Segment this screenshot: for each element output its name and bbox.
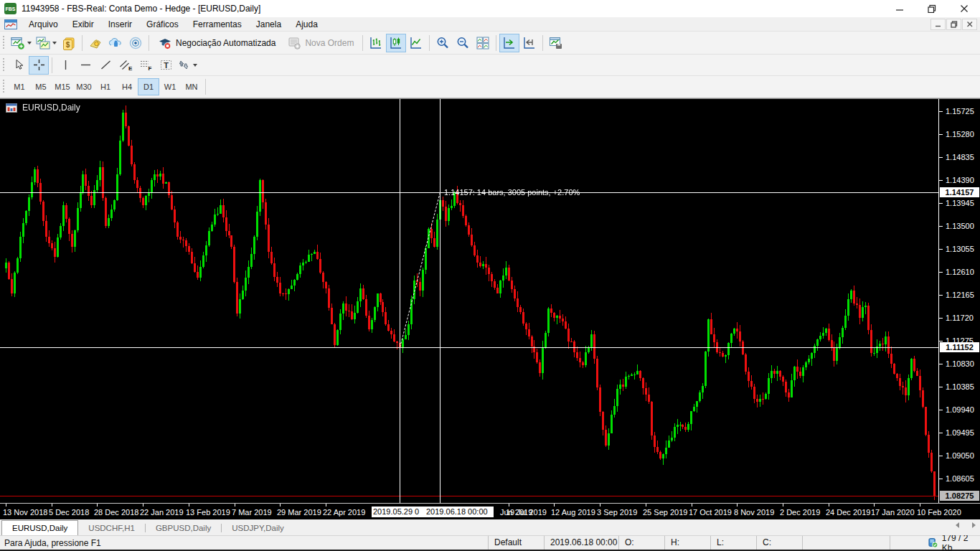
price-axis[interactable]: 1.157251.152801.148351.143901.139451.135… — [938, 99, 980, 503]
signals-button[interactable] — [126, 34, 146, 52]
menu-item-4[interactable]: Ferramentas — [186, 18, 249, 31]
bar-chart-button[interactable] — [366, 34, 386, 52]
community-button[interactable] — [105, 34, 126, 52]
chart-shift-button[interactable] — [519, 34, 540, 52]
zoom-in-icon — [435, 36, 450, 50]
tab-usdjpy-daily[interactable]: USDJPY,Daily — [222, 521, 294, 535]
menu-item-3[interactable]: Gráficos — [139, 18, 186, 31]
price-tick — [939, 249, 943, 250]
tile-windows-button[interactable] — [473, 34, 493, 52]
crosshair-button[interactable] — [29, 56, 49, 75]
profiles-button[interactable] — [34, 34, 59, 52]
tab-scroll-left-icon[interactable] — [956, 522, 959, 528]
fbs-logo-icon: FBS — [4, 3, 17, 14]
price-tick — [939, 387, 943, 387]
date-tick-label: 17 Jan 2020 — [871, 508, 915, 517]
date-tick-label: 12 Aug 2019 — [551, 508, 595, 517]
toolbar-line-studies: E F T — [0, 55, 980, 76]
toolbar-grip[interactable] — [2, 80, 6, 94]
price-tick — [939, 111, 943, 112]
timeframe-m5-button[interactable]: M5 — [30, 78, 52, 95]
menu-items: ArquivoExibirInserirGráficosFerramentasJ… — [22, 19, 325, 29]
mdi-minimize-button[interactable] — [930, 19, 946, 30]
date-tick-label: 10 Feb 2020 — [917, 508, 961, 517]
menu-item-6[interactable]: Ajuda — [288, 18, 325, 31]
toolbar-separator — [542, 35, 543, 51]
trendline-button[interactable] — [95, 56, 116, 75]
crosshair-measure-tooltip: 1.14157: 14 bars, 3005 points, +2.70% — [444, 188, 580, 197]
status-panel-3: H: 1.12424 — [664, 536, 710, 550]
price-tick — [939, 456, 943, 456]
data-folder-button[interactable] — [85, 34, 105, 52]
tab-usdchf-h1[interactable]: USDCHF,H1 — [78, 521, 145, 535]
timeframe-h1-button[interactable]: H1 — [95, 78, 116, 95]
toolbar-grip[interactable] — [2, 58, 6, 72]
crosshair-icon — [33, 59, 45, 71]
tab-scroll-buttons — [956, 522, 976, 528]
restore-button[interactable] — [915, 0, 948, 17]
timeframe-m30-button[interactable]: M30 — [73, 78, 95, 95]
mdi-restore-button[interactable] — [946, 19, 961, 30]
horizontal-line-icon — [80, 59, 92, 71]
date-tick-label: 29 Mar 2019 — [277, 508, 321, 517]
timeframe-m15-button[interactable]: M15 — [52, 78, 73, 95]
candlestick-chart-button[interactable] — [386, 34, 406, 52]
timeframe-h4-button[interactable]: H4 — [116, 78, 138, 95]
algo-trading-icon — [158, 36, 172, 50]
toolbar-grip[interactable] — [2, 36, 6, 50]
zoom-in-button[interactable] — [433, 34, 453, 52]
zoom-out-button[interactable] — [453, 34, 473, 52]
price-tick-label: 1.11720 — [946, 313, 974, 323]
mdi-close-button[interactable] — [962, 19, 977, 30]
signals-icon — [128, 36, 143, 50]
templates-button[interactable] — [546, 34, 566, 52]
horizontal-line-button[interactable] — [75, 56, 95, 75]
cursor-button[interactable] — [9, 56, 29, 75]
market-watch-button[interactable]: $ — [59, 34, 79, 52]
price-tick — [939, 479, 943, 479]
arrows-caret-icon — [193, 64, 197, 67]
toolbar-separator — [362, 35, 363, 51]
vertical-line-button[interactable] — [55, 56, 75, 75]
menu-item-2[interactable]: Inserir — [101, 18, 139, 31]
equidistant-channel-button[interactable]: E — [116, 56, 136, 75]
price-tick-label: 1.15725 — [946, 106, 974, 116]
autotrading-button[interactable]: Negociação Automatizada — [152, 34, 281, 52]
date-tick — [235, 504, 235, 507]
tab-eurusd-daily[interactable]: EURUSD,Daily — [1, 520, 78, 535]
tab-scroll-right-icon[interactable] — [972, 522, 976, 528]
price-tick-label: 1.14390 — [946, 175, 974, 185]
text-label-button[interactable]: T — [156, 56, 176, 75]
line-chart-icon — [409, 36, 423, 50]
arrows-button[interactable] — [176, 56, 199, 75]
line-chart-button[interactable] — [406, 34, 426, 52]
close-button[interactable] — [948, 0, 980, 17]
network-traffic-text: 179 / 2 Kb — [942, 533, 980, 551]
menu-item-0[interactable]: Arquivo — [22, 18, 65, 31]
chart-symbol-label: EURUSD,Daily — [6, 103, 80, 113]
auto-scroll-button[interactable] — [499, 34, 519, 52]
menubar: ArquivoExibirInserirGráficosFerramentasJ… — [0, 17, 980, 32]
timeframe-d1-button[interactable]: D1 — [138, 78, 159, 95]
menu-item-1[interactable]: Exibir — [65, 18, 101, 31]
new-order-button[interactable]: Nova Ordem — [281, 34, 359, 52]
date-axis[interactable]: 13 Nov 20185 Dec 201828 Dec 201822 Jan 2… — [0, 503, 980, 520]
timeframe-w1-button[interactable]: W1 — [159, 78, 181, 95]
chart-canvas[interactable] — [0, 99, 938, 503]
date-tick — [509, 504, 509, 507]
price-tick — [939, 226, 943, 227]
timeframe-m1-button[interactable]: M1 — [9, 78, 30, 95]
date-tick-label: 25 Sep 2019 — [643, 508, 687, 517]
new-chart-button[interactable] — [9, 34, 34, 52]
status-panel-1: 2019.06.18 00:00 — [544, 536, 618, 550]
fibonacci-button[interactable]: F — [136, 56, 156, 75]
timeframe-mn-button[interactable]: MN — [181, 78, 202, 95]
cursor-icon — [13, 59, 25, 71]
tab-gbpusd-daily[interactable]: GBPUSD,Daily — [146, 521, 221, 535]
close-icon — [960, 4, 969, 13]
chart-mini-icon — [6, 103, 17, 113]
date-tick — [737, 504, 738, 507]
chart-window-icon — [4, 19, 17, 29]
menu-item-5[interactable]: Janela — [249, 18, 288, 31]
minimize-button[interactable] — [883, 0, 915, 17]
